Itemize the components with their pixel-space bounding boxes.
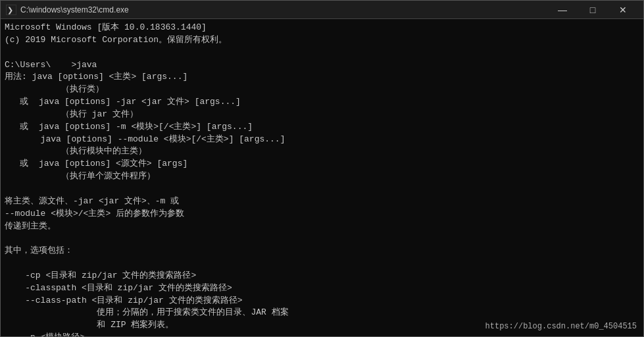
console-line: -p <模块路径> xyxy=(5,332,639,336)
console-line: --module <模块>/<主类> 后的参数作为参数 xyxy=(5,208,639,220)
maximize-button[interactable]: □ xyxy=(578,1,608,19)
console-area[interactable]: Microsoft Windows [版本 10.0.18363.1440](c… xyxy=(1,19,643,336)
console-line xyxy=(5,232,639,245)
minimize-button[interactable]: — xyxy=(547,1,578,19)
console-line: (c) 2019 Microsoft Corporation。保留所有权利。 xyxy=(5,34,639,47)
console-line: 用法: java [options] <主类> [args...] xyxy=(5,71,639,84)
console-line: 传递到主类。 xyxy=(5,220,639,233)
console-line xyxy=(5,257,639,270)
watermark: https://blog.csdn.net/m0_4504515 xyxy=(485,321,637,332)
title-bar: ❯ C:\windows\system32\cmd.exe — □ ✕ xyxy=(1,1,643,19)
console-line: --class-path <目录和 zip/jar 文件的类搜索路径> xyxy=(5,295,639,307)
console-line xyxy=(5,183,639,195)
console-line: 或 java [options] -jar <jar 文件> [args...] xyxy=(5,96,639,109)
console-line: 或 java [options] -m <模块>[/<主类>] [args...… xyxy=(5,121,639,134)
console-line: 其中，选项包括： xyxy=(5,245,639,257)
svg-text:❯: ❯ xyxy=(7,7,13,14)
close-button[interactable]: ✕ xyxy=(608,1,638,19)
console-line: -cp <目录和 zip/jar 文件的类搜索路径> xyxy=(5,270,639,282)
console-line: -classpath <目录和 zip/jar 文件的类搜索路径> xyxy=(5,282,639,295)
cmd-icon: ❯ xyxy=(6,5,16,15)
console-line: C:\Users\ >java xyxy=(5,59,639,72)
console-line: 使用；分隔的，用于搜索类文件的目录、JAR 档案 xyxy=(5,307,639,319)
console-line: 或 java [options] <源文件> [args] xyxy=(5,158,639,170)
title-bar-controls: — □ ✕ xyxy=(547,1,638,19)
cmd-window: ❯ C:\windows\system32\cmd.exe — □ ✕ Micr… xyxy=(0,0,644,337)
window-title: C:\windows\system32\cmd.exe xyxy=(20,5,129,14)
console-line: （执行模块中的主类） xyxy=(5,145,639,158)
console-line: （执行类） xyxy=(5,84,639,96)
title-bar-left: ❯ C:\windows\system32\cmd.exe xyxy=(6,5,129,15)
console-line: （执行单个源文件程序） xyxy=(5,170,639,183)
console-line: （执行 jar 文件） xyxy=(5,109,639,121)
console-line: java [options] --module <模块>[/<主类>] [arg… xyxy=(5,134,639,146)
console-line: 将主类、源文件、-jar <jar 文件>、-m 或 xyxy=(5,195,639,208)
console-line: Microsoft Windows [版本 10.0.18363.1440] xyxy=(5,22,639,34)
console-line xyxy=(5,47,639,59)
console-output: Microsoft Windows [版本 10.0.18363.1440](c… xyxy=(5,22,639,336)
